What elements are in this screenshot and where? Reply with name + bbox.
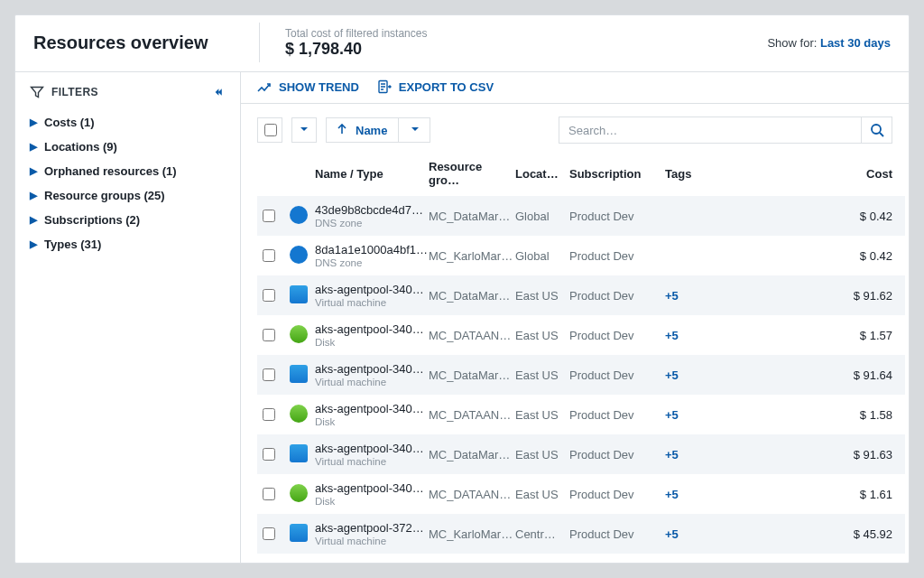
resource-name: aks-agentpool-3404… <box>315 283 429 296</box>
show-trend-button[interactable]: SHOW TREND <box>257 79 359 94</box>
resource-tags[interactable]: +5 <box>665 329 728 342</box>
resource-name: aks-agentpool-3404… <box>315 442 429 455</box>
resource-type: Disk <box>315 416 429 427</box>
resource-tags[interactable]: +5 <box>665 408 728 422</box>
filter-item[interactable]: ▶Subscriptions (2) <box>28 208 227 232</box>
resource-cost: $ 1.61 <box>728 488 892 501</box>
row-checkbox[interactable] <box>263 289 275 302</box>
resource-type-icon <box>290 444 308 462</box>
table-row[interactable]: aks-agentpool-3404…Virtual machineMC_Dat… <box>257 275 905 315</box>
resource-location: East US <box>515 448 569 461</box>
resource-tags[interactable]: +5 <box>665 527 728 541</box>
header-divider <box>259 23 260 62</box>
col-loc[interactable]: Locat… <box>515 167 569 181</box>
sort-direction-icon <box>336 123 348 138</box>
resource-subscription: Product Dev <box>569 249 665 263</box>
sort-control[interactable]: Name <box>326 117 430 143</box>
resource-group: MC_KarloMar… <box>429 249 515 263</box>
resource-type: Virtual machine <box>315 536 429 546</box>
resource-type: Disk <box>315 337 429 348</box>
expand-icon: ▶ <box>30 165 39 177</box>
expand-icon: ▶ <box>30 141 39 153</box>
resource-location: Global <box>515 210 569 223</box>
select-all-checkbox[interactable] <box>257 117 282 143</box>
sidebar: FILTERS ▶Costs (1)▶Locations (9)▶Orphane… <box>15 72 241 563</box>
sort-dropdown-icon <box>410 124 420 137</box>
filter-item[interactable]: ▶Resource groups (25) <box>28 183 227 208</box>
filter-item[interactable]: ▶Locations (9) <box>28 135 227 159</box>
row-checkbox[interactable] <box>263 448 275 461</box>
resource-type: Virtual machine <box>315 377 429 387</box>
resource-tags[interactable]: +5 <box>665 368 728 382</box>
resource-type: Disk <box>315 496 429 507</box>
resources-table[interactable]: Name / Type Resource gro… Locat… Subscri… <box>241 153 909 563</box>
table-header: Name / Type Resource gro… Locat… Subscri… <box>257 153 905 196</box>
resource-type-icon <box>290 246 308 264</box>
row-checkbox[interactable] <box>263 488 275 500</box>
table-row[interactable]: aks-agentpool-3404…DiskMC_DATAANA…East U… <box>257 474 905 514</box>
row-checkbox[interactable] <box>263 527 275 540</box>
resource-name: aks-agentpool-3720… <box>315 521 429 535</box>
filter-item[interactable]: ▶Types (31) <box>28 232 227 256</box>
table-row[interactable]: aks-agentpool-3720…Virtual machineMC_Kar… <box>257 514 905 554</box>
table-row[interactable]: 43de9b8cbcde4d7a…DNS zoneMC_DataMar…Glob… <box>257 196 905 236</box>
filter-item[interactable]: ▶Costs (1) <box>28 110 227 135</box>
resource-cost: $ 45.92 <box>728 527 892 541</box>
resource-type: Virtual machine <box>315 456 429 467</box>
resource-subscription: Product Dev <box>569 210 665 223</box>
select-mode-dropdown[interactable] <box>291 117 317 143</box>
resource-cost: $ 1.57 <box>728 329 892 342</box>
resource-name: aks-agentpool-3404… <box>315 402 429 415</box>
resource-name: 8da1a1e1000a4bf1… <box>315 243 429 256</box>
search-button[interactable] <box>861 117 892 143</box>
resource-tags[interactable]: +5 <box>665 289 728 303</box>
resource-name: aks-agentpool-3404… <box>315 322 429 336</box>
expand-icon: ▶ <box>30 214 39 226</box>
resource-group: MC_DataMar… <box>429 448 515 461</box>
row-checkbox[interactable] <box>263 210 275 222</box>
resource-group: MC_DATAANA… <box>429 329 515 342</box>
row-checkbox[interactable] <box>263 368 275 381</box>
filter-item-label: Locations (9) <box>44 140 117 154</box>
resource-tags[interactable]: +5 <box>665 448 728 461</box>
expand-icon: ▶ <box>30 117 39 128</box>
row-checkbox[interactable] <box>263 249 275 262</box>
search-box <box>559 117 892 144</box>
toolbar-actions: SHOW TREND EXPORT TO CSV <box>241 72 909 104</box>
expand-icon: ▶ <box>30 190 39 201</box>
resource-name: aks-agentpool-3404… <box>315 481 429 495</box>
table-row[interactable]: 8da1a1e1000a4bf1…DNS zoneMC_KarloMar…Glo… <box>257 236 905 275</box>
resource-type-icon <box>290 206 308 224</box>
resource-location: East US <box>515 368 569 382</box>
total-cost-block: Total cost of filtered instances $ 1,798… <box>285 27 427 59</box>
table-row[interactable]: aks-agentpool-3404…DiskMC_DATAANA…East U… <box>257 395 905 434</box>
resource-group: MC_DATAANA… <box>429 488 515 501</box>
search-input[interactable] <box>559 117 861 143</box>
col-cost[interactable]: Cost <box>728 167 892 181</box>
row-checkbox[interactable] <box>263 329 275 341</box>
filter-item-label: Subscriptions (2) <box>44 213 140 227</box>
show-for-period[interactable]: Last 30 days <box>820 36 891 50</box>
export-csv-button[interactable]: EXPORT TO CSV <box>377 79 494 94</box>
show-for-label: Show for: <box>767 36 817 50</box>
export-csv-label: EXPORT TO CSV <box>399 80 494 94</box>
show-trend-label: SHOW TREND <box>279 80 359 94</box>
filter-item[interactable]: ▶Orphaned resources (1) <box>28 159 227 183</box>
resource-group: MC_DataMar… <box>429 368 515 382</box>
resource-cost: $ 1.58 <box>728 408 892 422</box>
table-row[interactable]: aks-agentpool-3404…Virtual machineMC_Dat… <box>257 355 905 395</box>
resource-location: East US <box>515 488 569 501</box>
table-row[interactable]: aks-agentpool-3404…Virtual machineMC_Dat… <box>257 434 905 474</box>
collapse-sidebar-icon[interactable] <box>211 85 226 99</box>
resource-group: MC_DataMar… <box>429 210 515 223</box>
col-name[interactable]: Name / Type <box>315 167 429 181</box>
table-row[interactable]: aks-agentpool-3404…DiskMC_DATAANA…East U… <box>257 315 905 355</box>
resource-type-icon <box>290 484 308 502</box>
row-checkbox[interactable] <box>263 408 275 421</box>
col-rg[interactable]: Resource gro… <box>429 160 515 187</box>
col-sub[interactable]: Subscription <box>569 167 665 181</box>
resource-tags[interactable]: +5 <box>665 488 728 501</box>
col-tags[interactable]: Tags <box>665 167 728 181</box>
resource-location: Centr… <box>515 527 569 541</box>
resource-type: Virtual machine <box>315 297 429 308</box>
